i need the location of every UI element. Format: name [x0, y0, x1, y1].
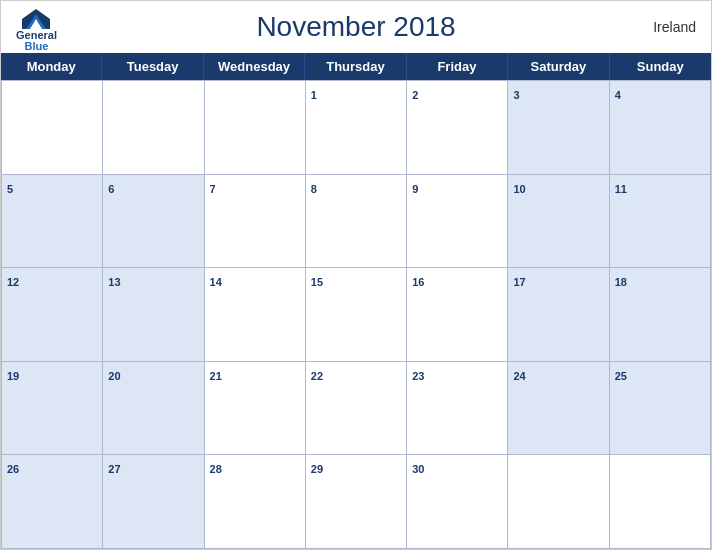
day-number: 5 — [7, 183, 13, 195]
day-cell: 1 — [306, 81, 407, 175]
day-cell: 20 — [103, 362, 204, 456]
day-cell — [610, 455, 711, 549]
calendar-header: General Blue November 2018 Ireland — [1, 1, 711, 53]
day-number: 22 — [311, 370, 323, 382]
day-cell: 21 — [205, 362, 306, 456]
logo-blue: Blue — [25, 41, 49, 52]
day-cell: 7 — [205, 175, 306, 269]
day-cell: 11 — [610, 175, 711, 269]
day-cell: 23 — [407, 362, 508, 456]
day-number: 7 — [210, 183, 216, 195]
day-cell: 26 — [2, 455, 103, 549]
day-cell: 29 — [306, 455, 407, 549]
day-number: 16 — [412, 276, 424, 288]
day-number: 27 — [108, 463, 120, 475]
day-number: 10 — [513, 183, 525, 195]
day-cell: 22 — [306, 362, 407, 456]
logo: General Blue — [16, 9, 57, 52]
day-cell: 16 — [407, 268, 508, 362]
day-number: 11 — [615, 183, 627, 195]
day-number: 15 — [311, 276, 323, 288]
day-cell: 10 — [508, 175, 609, 269]
day-header-saturday: Saturday — [508, 53, 609, 80]
day-header-sunday: Sunday — [610, 53, 711, 80]
day-header-friday: Friday — [407, 53, 508, 80]
day-cell: 8 — [306, 175, 407, 269]
day-cell: 15 — [306, 268, 407, 362]
day-number: 6 — [108, 183, 114, 195]
day-number: 14 — [210, 276, 222, 288]
day-cell: 13 — [103, 268, 204, 362]
day-cell: 18 — [610, 268, 711, 362]
day-cell — [2, 81, 103, 175]
day-cell: 17 — [508, 268, 609, 362]
day-number: 28 — [210, 463, 222, 475]
day-cell — [205, 81, 306, 175]
day-header-thursday: Thursday — [305, 53, 406, 80]
calendar-grid: 1234567891011121314151617181920212223242… — [1, 80, 711, 549]
day-cell: 6 — [103, 175, 204, 269]
day-cell: 27 — [103, 455, 204, 549]
day-cell: 9 — [407, 175, 508, 269]
day-cell: 12 — [2, 268, 103, 362]
day-number: 4 — [615, 89, 621, 101]
day-number: 24 — [513, 370, 525, 382]
day-header-monday: Monday — [1, 53, 102, 80]
day-cell: 28 — [205, 455, 306, 549]
day-number: 21 — [210, 370, 222, 382]
day-cell — [508, 455, 609, 549]
day-number: 3 — [513, 89, 519, 101]
day-number: 29 — [311, 463, 323, 475]
day-number: 25 — [615, 370, 627, 382]
day-cell: 4 — [610, 81, 711, 175]
day-number: 18 — [615, 276, 627, 288]
day-number: 20 — [108, 370, 120, 382]
day-headers-row: MondayTuesdayWednesdayThursdayFridaySatu… — [1, 53, 711, 80]
day-number: 8 — [311, 183, 317, 195]
day-cell — [103, 81, 204, 175]
day-cell: 2 — [407, 81, 508, 175]
day-cell: 14 — [205, 268, 306, 362]
day-cell: 5 — [2, 175, 103, 269]
day-number: 2 — [412, 89, 418, 101]
calendar-container: General Blue November 2018 Ireland Monda… — [0, 0, 712, 550]
day-number: 13 — [108, 276, 120, 288]
day-cell: 25 — [610, 362, 711, 456]
day-number: 12 — [7, 276, 19, 288]
day-number: 23 — [412, 370, 424, 382]
day-cell: 30 — [407, 455, 508, 549]
day-number: 9 — [412, 183, 418, 195]
day-header-tuesday: Tuesday — [102, 53, 203, 80]
calendar-title: November 2018 — [256, 11, 455, 43]
day-number: 1 — [311, 89, 317, 101]
day-number: 17 — [513, 276, 525, 288]
day-header-wednesday: Wednesday — [204, 53, 305, 80]
day-number: 26 — [7, 463, 19, 475]
day-cell: 3 — [508, 81, 609, 175]
day-cell: 19 — [2, 362, 103, 456]
country-label: Ireland — [653, 19, 696, 35]
day-number: 30 — [412, 463, 424, 475]
day-cell: 24 — [508, 362, 609, 456]
day-number: 19 — [7, 370, 19, 382]
logo-icon — [22, 9, 50, 29]
